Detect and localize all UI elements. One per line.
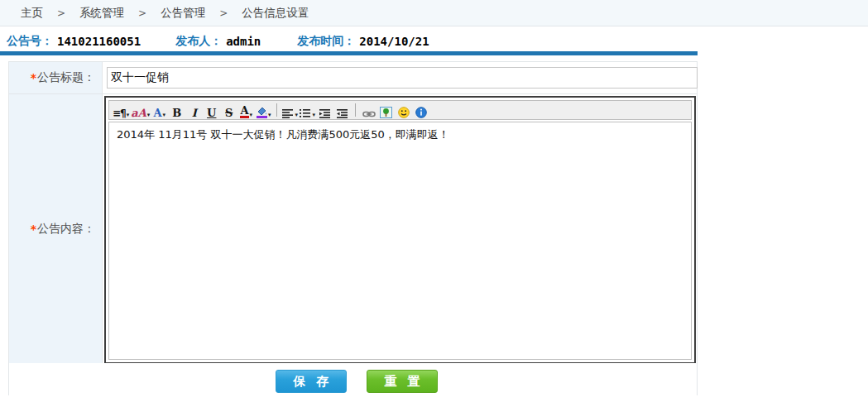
breadcrumb-item-system-management[interactable]: 系统管理 xyxy=(79,6,124,21)
title-row: * 公告标题： xyxy=(9,62,697,93)
highlight-color-icon[interactable] xyxy=(256,103,271,118)
strikethrough-icon[interactable]: S xyxy=(221,103,237,118)
underline-glyph: U xyxy=(207,108,216,118)
italic-icon[interactable]: I xyxy=(186,103,202,118)
publish-time-label: 发布时间： xyxy=(297,34,355,49)
rich-text-editor: ≡¶ aA A B I U S A xyxy=(104,96,696,364)
strikethrough-glyph: S xyxy=(225,108,233,118)
underline-icon[interactable]: U xyxy=(204,103,219,118)
breadcrumb-separator-icon: > xyxy=(138,7,146,19)
about-icon[interactable] xyxy=(413,103,429,118)
breadcrumb-item-home[interactable]: 主页 xyxy=(21,6,43,21)
paragraph-format-glyph: ≡¶ xyxy=(113,108,126,118)
font-size-glyph: A xyxy=(153,108,161,118)
bold-icon[interactable]: B xyxy=(169,103,185,118)
paint-bucket-glyph xyxy=(257,106,267,118)
publisher-value: admin xyxy=(226,35,261,48)
breadcrumb-item-announcement-info-settings[interactable]: 公告信息设置 xyxy=(242,6,309,21)
toolbar-separator xyxy=(276,103,277,117)
required-mark: * xyxy=(31,71,36,84)
announcement-no-value: 141021160051 xyxy=(57,35,141,48)
content-field-cell: ≡¶ aA A B I U S A xyxy=(103,94,697,363)
font-color-icon[interactable]: A xyxy=(238,103,254,118)
announcement-no-label: 公告号： xyxy=(7,34,53,49)
title-input[interactable] xyxy=(107,67,698,89)
breadcrumb-separator-icon: > xyxy=(219,7,228,19)
italic-glyph: I xyxy=(192,108,197,118)
button-row: 保 存 重 置 xyxy=(9,363,697,395)
breadcrumb: 主页 > 系统管理 > 公告管理 > 公告信息设置 xyxy=(0,0,868,26)
paragraph-format-icon[interactable]: ≡¶ xyxy=(113,103,129,118)
publish-time-value: 2014/10/21 xyxy=(359,35,429,48)
editor-content-text: 2014年 11月11号 双十一大促销！凡消费满500元返50，即满即返！ xyxy=(117,128,449,141)
font-size-icon[interactable]: A xyxy=(151,103,167,118)
editor-toolbar: ≡¶ aA A B I U S A xyxy=(108,100,692,120)
announcement-info-bar: 公告号： 141021160051 发布人： admin 发布时间： 2014/… xyxy=(0,31,429,51)
content-row: * 公告内容： ≡¶ aA A B I U S A xyxy=(9,93,697,363)
announcement-form: * 公告标题： * 公告内容： ≡¶ aA A B I xyxy=(8,61,698,395)
breadcrumb-separator-icon: > xyxy=(57,7,65,19)
font-name-icon[interactable]: aA xyxy=(131,103,150,118)
font-name-glyph: aA xyxy=(131,108,146,118)
title-label-cell: * 公告标题： xyxy=(9,62,103,93)
announcement-settings-page: 主页 > 系统管理 > 公告管理 > 公告信息设置 公告号： 141021160… xyxy=(0,0,868,402)
font-color-glyph: A xyxy=(240,105,248,118)
indent-icon[interactable] xyxy=(317,103,333,118)
content-label: 公告内容： xyxy=(37,222,95,237)
editor-content-area[interactable]: 2014年 11月11号 双十一大促销！凡消费满500元返50，即满即返！ xyxy=(108,122,692,360)
reset-button[interactable]: 重 置 xyxy=(367,370,438,393)
toolbar-separator xyxy=(355,103,356,117)
align-icon[interactable] xyxy=(282,103,298,118)
publisher-label: 发布人： xyxy=(175,34,222,49)
required-mark: * xyxy=(31,223,36,236)
blue-divider xyxy=(0,51,698,55)
image-icon[interactable] xyxy=(378,103,394,118)
outdent-icon[interactable] xyxy=(334,103,350,118)
emoticon-icon[interactable] xyxy=(396,103,411,118)
list-icon[interactable] xyxy=(300,103,315,118)
title-label: 公告标题： xyxy=(37,70,95,85)
bold-glyph: B xyxy=(172,108,181,118)
breadcrumb-item-announcement-management[interactable]: 公告管理 xyxy=(161,6,205,21)
link-icon[interactable] xyxy=(361,103,376,118)
save-button[interactable]: 保 存 xyxy=(276,370,347,393)
content-label-cell: * 公告内容： xyxy=(9,94,103,363)
title-field-cell xyxy=(103,62,697,93)
